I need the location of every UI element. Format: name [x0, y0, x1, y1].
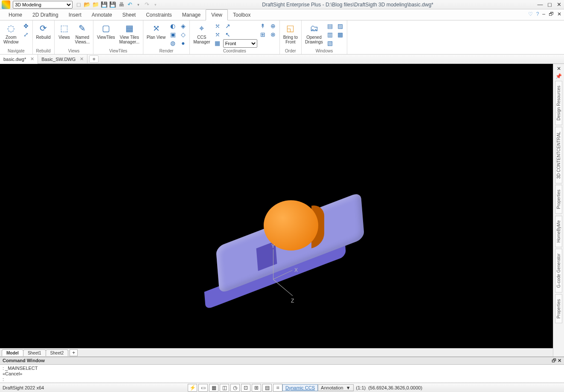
save-icon[interactable]: 💾	[101, 1, 108, 8]
menu-tab-insert[interactable]: Insert	[64, 10, 87, 20]
status-esnap-icon[interactable]: ⊡	[241, 384, 250, 392]
menu-tab-sheet[interactable]: Sheet	[117, 10, 141, 20]
panel-tab-properties2[interactable]: Properties	[555, 294, 562, 323]
drawing-canvas[interactable]: Y X Z	[0, 64, 553, 348]
ccs-prev-icon[interactable]: ▦	[213, 39, 222, 47]
menu-tab-manage[interactable]: Manage	[177, 10, 206, 20]
tile-horizontal-icon[interactable]: ▥	[326, 31, 335, 38]
bring-to-front-button[interactable]: ◱ Bring toFront	[282, 21, 299, 45]
print-icon[interactable]: 🖶	[118, 1, 125, 8]
viewtiles-manager-button[interactable]: ▦ View TilesManager...	[118, 21, 141, 45]
maximize-icon[interactable]: ◻	[546, 1, 553, 8]
redo-icon[interactable]: ↷	[143, 1, 150, 8]
close-all-icon[interactable]: ▩	[336, 31, 345, 38]
cascade-icon[interactable]: ▤	[326, 22, 335, 30]
ccs-view-icon[interactable]: ⊞	[258, 31, 267, 38]
panel-tab-gcode-generator[interactable]: G-code Generator	[555, 249, 562, 293]
sheet-tab-model[interactable]: Model	[2, 349, 23, 356]
viewtiles-button[interactable]: ▢ ViewTiles	[95, 21, 116, 40]
pan-icon[interactable]: ✥	[21, 22, 31, 30]
status-lweight-icon[interactable]: ▤	[262, 384, 272, 392]
panel-tab-design-resources[interactable]: Design Resources	[555, 81, 562, 125]
mdi-minimize-icon[interactable]: –	[542, 11, 545, 17]
status-etrack-icon[interactable]: ⊞	[252, 384, 261, 392]
status-annotation-dropdown[interactable]: Annotation ▼	[318, 384, 354, 391]
undo-dropdown-icon[interactable]: ▾	[135, 1, 142, 8]
command-window-restore-icon[interactable]: 🗗	[552, 358, 556, 363]
doc-tab-close-icon[interactable]: ✕	[30, 56, 34, 62]
render-shade-icon[interactable]: ◐	[168, 22, 177, 30]
status-cursor-icon[interactable]: ▭	[198, 384, 208, 392]
menu-tab-toolbox[interactable]: Toolbox	[228, 10, 256, 20]
ccs-3point-icon[interactable]: ⤱	[213, 31, 222, 38]
doc-tab-basic[interactable]: basic.dwg* ✕	[0, 55, 38, 64]
views-button[interactable]: ⬚ Views	[56, 21, 73, 40]
panel-pin-icon[interactable]: 📌	[555, 73, 562, 79]
ccs-manager-button[interactable]: ⌖ CCSManager	[192, 21, 212, 45]
menu-tab-view[interactable]: View	[206, 9, 228, 20]
status-toggles: ⚡ ▭ ▦ ◫ ◷ ⊡ ⊞ ▤ ⌗	[188, 384, 282, 392]
tile-vertical-icon[interactable]: ▧	[326, 39, 335, 47]
status-grid-icon[interactable]: ▦	[209, 384, 218, 392]
command-window-header[interactable]: Command Window 🗗 ✕	[0, 357, 564, 365]
sheet-tab-sheet1[interactable]: Sheet1	[23, 349, 46, 356]
named-views-button[interactable]: ✎ NamedViews...	[73, 21, 92, 45]
status-snap-icon[interactable]: ⚡	[188, 384, 197, 392]
status-dyn-icon[interactable]: ⌗	[273, 384, 282, 392]
new-file-icon[interactable]: ◻	[75, 1, 82, 8]
group-label-rebuild: Rebuild	[35, 48, 52, 54]
menu-tab-home[interactable]: Home	[3, 10, 27, 20]
menu-tab-constraints[interactable]: Constraints	[141, 10, 177, 20]
mdi-restore-icon[interactable]: 🗗	[549, 11, 554, 17]
render-box-icon[interactable]: ▣	[168, 31, 177, 38]
menu-tab-2ddrafting[interactable]: 2D Drafting	[27, 10, 64, 20]
command-window-close-icon[interactable]: ✕	[558, 358, 561, 363]
ccs-z-icon[interactable]: ↟	[258, 22, 267, 30]
zoom-window-button[interactable]: ◌ ZoomWindow	[2, 21, 20, 45]
status-dynamic-ccs-button[interactable]: Dynamic CCS	[282, 384, 318, 391]
zoom-extents-icon[interactable]: ⤢	[21, 31, 31, 38]
panel-tab-properties[interactable]: Properties	[555, 185, 562, 214]
group-label-navigate: Navigate	[2, 48, 31, 54]
add-document-button[interactable]: +	[89, 55, 99, 63]
doc-tab-basicsw[interactable]: Basic_SW.DWG ✕	[38, 55, 87, 64]
add-sheet-button[interactable]: +	[70, 349, 78, 356]
redo-dropdown-icon[interactable]: ▾	[152, 1, 159, 8]
command-window-body[interactable]: : _MAINSELECT «Cancel» :	[0, 365, 564, 383]
panel-close-icon[interactable]: ✕	[557, 66, 561, 72]
close-icon[interactable]: ✕	[555, 1, 562, 8]
status-polar-icon[interactable]: ◷	[230, 384, 240, 392]
sheet-tab-sheet2[interactable]: Sheet2	[46, 349, 69, 356]
panel-tab-3d-contentcentral[interactable]: 3D CONTENTCENTRAL	[555, 127, 562, 184]
mdi-close-icon[interactable]: ✕	[557, 11, 561, 17]
status-ortho-icon[interactable]: ◫	[220, 384, 229, 392]
heart-icon[interactable]: ♡	[528, 11, 533, 17]
ccs-y-icon[interactable]: ↖	[223, 31, 233, 38]
render-sphere-icon[interactable]: ◍	[168, 39, 177, 47]
minimize-icon[interactable]: —	[537, 1, 544, 8]
render-realistic-icon[interactable]: ●	[178, 39, 188, 47]
ccs-x-icon[interactable]: ↗	[223, 22, 233, 30]
sheet-tabs: Model Sheet1 Sheet2 +	[0, 348, 553, 357]
arrange-icons-icon[interactable]: ▨	[336, 22, 345, 30]
save-as-icon[interactable]: 💾	[109, 1, 116, 8]
render-wire-icon[interactable]: ◈	[178, 22, 188, 30]
axis-y-line	[273, 249, 273, 279]
panel-tab-homebyme[interactable]: HomeByMe	[555, 216, 562, 247]
ccs-world-icon[interactable]: ⊕	[268, 22, 278, 30]
doc-tab-close-icon[interactable]: ✕	[80, 56, 84, 62]
rebuild-button[interactable]: ⟳ Rebuild	[35, 21, 52, 40]
help-icon[interactable]: ?	[536, 11, 539, 17]
ccs-origin-icon[interactable]: ⤲	[213, 22, 222, 30]
render-hidden-icon[interactable]: ◇	[178, 31, 188, 38]
opened-drawings-button[interactable]: 🗂 OpenedDrawings	[303, 21, 325, 45]
menu-tab-annotate[interactable]: Annotate	[87, 10, 117, 20]
ccs-orientation-select[interactable]: Front	[223, 39, 257, 48]
plan-view-button[interactable]: ⤧ Plan View	[145, 21, 167, 40]
open-folder-icon[interactable]: 📂	[84, 1, 90, 8]
workspace-select[interactable]: 3D Modeling	[13, 1, 73, 9]
undo-icon[interactable]: ↶	[126, 1, 133, 8]
open-folder-icon[interactable]: 📁	[92, 1, 99, 8]
doc-tab-label: basic.dwg*	[3, 57, 26, 62]
ccs-named-icon[interactable]: ⊗	[268, 31, 278, 38]
